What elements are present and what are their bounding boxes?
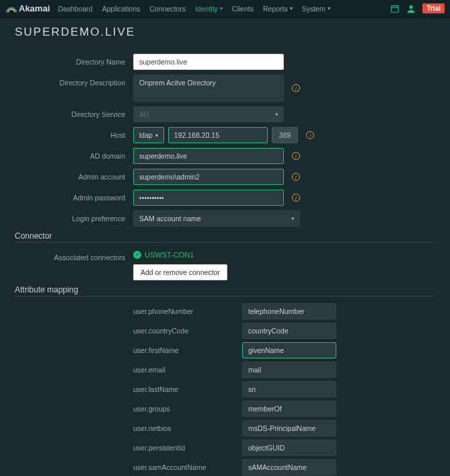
- attr-input[interactable]: [242, 420, 336, 436]
- attr-input[interactable]: [242, 401, 336, 417]
- section-connector: Connector: [15, 231, 435, 241]
- row-assoc-connectors: Associated connectors ✓ USWST-CON1 Add o…: [15, 249, 435, 280]
- attr-row: user.email: [15, 362, 435, 378]
- info-icon[interactable]: i: [292, 84, 300, 92]
- divider: [15, 242, 435, 243]
- input-admin-password[interactable]: [133, 190, 284, 206]
- attr-input[interactable]: [242, 303, 336, 319]
- attr-row: user.lastName: [15, 381, 435, 397]
- brand-text: Akamai: [19, 3, 50, 13]
- row-host: Host ldap ▾ 389 i: [15, 127, 435, 143]
- attr-row: user.samAccountName: [15, 459, 435, 475]
- nav-item-clients[interactable]: Clients: [232, 5, 254, 13]
- attr-input[interactable]: [242, 381, 336, 397]
- section-attrmap: Attribute mapping: [15, 285, 435, 294]
- label-login-pref: Login preference: [15, 210, 133, 223]
- input-directory-desc[interactable]: [133, 75, 284, 102]
- row-admin-account: Admin account i: [15, 169, 435, 185]
- attr-input[interactable]: [242, 459, 336, 475]
- nav-item-system[interactable]: System▾: [302, 5, 330, 13]
- attr-label: user.persistentId: [133, 444, 242, 452]
- nav-items: DashboardApplicationsConnectorsIdentity▾…: [58, 5, 390, 13]
- attr-input[interactable]: [242, 362, 336, 378]
- attr-row: user.persistentId: [15, 440, 435, 456]
- row-ad-domain: AD domain i: [15, 148, 435, 164]
- caret-down-icon: ▾: [220, 5, 223, 11]
- page-title: SUPERDEMO.LIVE: [15, 26, 435, 39]
- trial-badge: Trial: [422, 3, 445, 13]
- row-directory-desc: Directory Description i: [15, 75, 435, 102]
- calendar-icon[interactable]: [390, 4, 400, 13]
- attr-label: user.phoneNumber: [133, 307, 242, 315]
- input-directory-name[interactable]: [133, 54, 284, 70]
- caret-down-icon: ▾: [328, 5, 330, 11]
- divider: [15, 296, 435, 296]
- attr-row: user.groups: [15, 401, 435, 417]
- akamai-swoosh-icon: [5, 4, 17, 13]
- attr-label: user.netbios: [133, 424, 242, 432]
- row-directory-service: Directory Service AD: [15, 106, 435, 122]
- label-assoc-connectors: Associated connectors: [15, 249, 133, 262]
- nav-item-reports[interactable]: Reports▾: [263, 5, 293, 13]
- caret-down-icon: ▾: [155, 132, 158, 138]
- row-admin-password: Admin password i: [15, 190, 435, 206]
- page-body: SUPERDEMO.LIVE Directory Name Directory …: [0, 17, 450, 476]
- label-admin-account: Admin account: [15, 169, 133, 181]
- svg-rect-0: [391, 5, 399, 12]
- input-host[interactable]: [168, 127, 268, 143]
- input-admin-account[interactable]: [133, 169, 284, 185]
- attr-input[interactable]: [242, 323, 336, 339]
- label-host: Host: [15, 127, 133, 139]
- label-ad-domain: AD domain: [15, 148, 133, 160]
- attr-label: user.firstName: [133, 346, 242, 354]
- attr-input[interactable]: [242, 440, 336, 456]
- attr-label: user.groups: [133, 405, 242, 413]
- attr-label: user.samAccountName: [133, 463, 242, 471]
- svg-point-2: [410, 5, 413, 8]
- info-icon[interactable]: i: [292, 194, 300, 202]
- label-admin-password: Admin password: [15, 190, 133, 202]
- attr-row: user.countryCode: [15, 323, 435, 339]
- check-circle-icon: ✓: [133, 251, 141, 259]
- host-scheme-dropdown[interactable]: ldap ▾: [133, 127, 164, 143]
- nav-item-applications[interactable]: Applications: [102, 5, 141, 13]
- select-directory-service: AD: [133, 106, 284, 122]
- attr-row: user.firstName: [15, 342, 435, 358]
- attr-rows: user.phoneNumberuser.countryCodeuser.fir…: [15, 303, 435, 477]
- host-scheme-label: ldap: [139, 131, 153, 139]
- user-icon[interactable]: [406, 4, 416, 13]
- attr-label: user.lastName: [133, 385, 242, 393]
- top-nav: Akamai DashboardApplicationsConnectorsId…: [0, 0, 450, 17]
- nav-right: Trial: [390, 3, 445, 13]
- info-icon[interactable]: i: [292, 152, 300, 160]
- label-directory-service: Directory Service: [15, 106, 133, 118]
- nav-item-dashboard[interactable]: Dashboard: [58, 5, 92, 13]
- attr-label: user.email: [133, 366, 242, 374]
- label-directory-name: Directory Name: [15, 54, 133, 66]
- brand-logo: Akamai: [5, 3, 50, 13]
- nav-item-identity[interactable]: Identity▾: [195, 5, 223, 13]
- connector-name-text: USWST-CON1: [145, 251, 194, 259]
- nav-item-connectors[interactable]: Connectors: [149, 5, 186, 13]
- connector-chip: ✓ USWST-CON1: [133, 251, 194, 259]
- select-login-pref[interactable]: SAM account name: [133, 210, 300, 227]
- info-icon[interactable]: i: [292, 173, 300, 181]
- row-login-pref: Login preference SAM account name: [15, 210, 435, 227]
- host-port: 389: [272, 127, 299, 143]
- caret-down-icon: ▾: [290, 5, 293, 11]
- attr-label: user.countryCode: [133, 327, 242, 335]
- info-icon[interactable]: i: [306, 131, 314, 139]
- input-ad-domain[interactable]: [133, 148, 284, 164]
- attr-row: user.phoneNumber: [15, 303, 435, 319]
- attr-input[interactable]: [242, 342, 336, 358]
- label-directory-desc: Directory Description: [15, 75, 133, 87]
- row-directory-name: Directory Name: [15, 54, 435, 70]
- attr-row: user.netbios: [15, 420, 435, 436]
- add-remove-connector-button[interactable]: Add or remove connector: [133, 264, 227, 280]
